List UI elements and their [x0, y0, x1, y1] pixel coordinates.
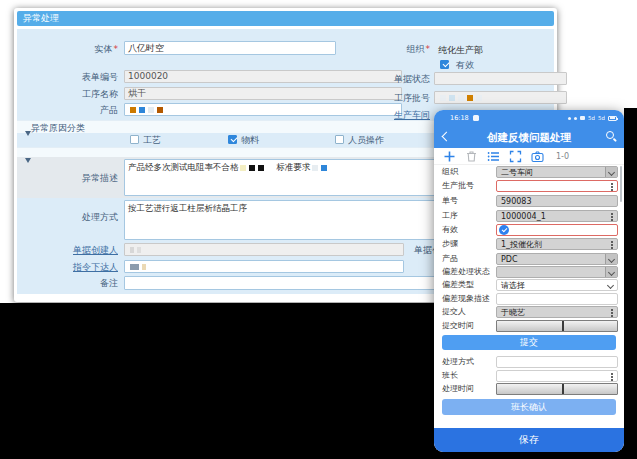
mobile-window: 16:18 5d 5d 创建反馈问题处理 1-0 组织 二号车间 生产批 — [434, 110, 624, 452]
commander-field[interactable] — [124, 260, 404, 273]
valid-checkbox[interactable] — [440, 60, 449, 69]
leader-confirm-button[interactable]: 班长确认 — [442, 399, 616, 415]
canvas: 异常处理 异常原因分类 实体* 八亿时空 组织* 纯化生产部 有效 表单编号 1… — [0, 0, 637, 459]
save-button[interactable]: 保存 — [434, 428, 624, 452]
redaction-block — [142, 264, 146, 270]
chevron-down-icon[interactable] — [605, 167, 617, 177]
exception-desc-label: 异常描述 — [38, 173, 118, 184]
personnel-checkbox-group[interactable]: 人员操作 — [335, 135, 384, 154]
craft-checkbox[interactable] — [130, 135, 139, 144]
window-titlebar: 异常处理 — [17, 11, 554, 26]
field-handle-input[interactable] — [496, 356, 618, 368]
redaction-block — [157, 107, 163, 113]
chevron-down-icon[interactable] — [605, 267, 617, 277]
creator-label[interactable]: 单据创建人 — [38, 245, 118, 256]
field-process-picker[interactable]: 1000004_1 — [496, 210, 618, 222]
redaction-block — [476, 95, 482, 101]
more-dots-icon[interactable] — [611, 213, 613, 215]
camera-icon[interactable] — [531, 150, 544, 163]
entity-field[interactable]: 八亿时空 — [124, 41, 336, 55]
field-process-value: 1000004_1 — [501, 212, 546, 221]
field-valid-toggle[interactable] — [496, 224, 618, 236]
exception-desc-text2: 标准要求 — [276, 162, 310, 172]
more-dots-icon[interactable] — [611, 183, 613, 185]
field-submitter-value: 于晓艺 — [501, 308, 525, 317]
more-dots-icon[interactable] — [611, 309, 613, 311]
redaction-block — [249, 165, 255, 171]
remark-label: 备注 — [38, 278, 118, 289]
product-label: 产品 — [38, 105, 118, 116]
status-dot-icon — [574, 117, 577, 120]
field-dev-status-select[interactable] — [496, 266, 618, 278]
form-no-value: 1000020 — [128, 71, 168, 81]
field-product-select[interactable]: PDC — [496, 253, 618, 265]
delete-icon[interactable] — [465, 150, 478, 163]
process-batch-field — [434, 91, 567, 104]
handling-label: 处理方式 — [38, 212, 118, 223]
field-submit-time-label: 提交时间 — [442, 320, 474, 332]
field-dev-desc-input[interactable] — [496, 293, 618, 305]
redaction-block — [258, 165, 264, 171]
field-step-picker[interactable]: 1_投催化剂 — [496, 238, 618, 250]
redaction-block — [449, 95, 455, 101]
field-org-label: 组织 — [442, 166, 458, 178]
redaction-block — [312, 165, 318, 171]
valid-label: 有效 — [456, 60, 474, 70]
redaction-block — [130, 247, 134, 253]
field-leader-picker[interactable] — [496, 370, 618, 382]
redaction-block — [139, 107, 145, 113]
workshop-label[interactable]: 生产车间 — [350, 110, 430, 121]
craft-checkbox-label: 工艺 — [143, 135, 161, 145]
field-batch-picker[interactable] — [496, 180, 618, 192]
field-submitter-picker[interactable]: 于晓艺 — [496, 306, 618, 318]
record-count: 1-0 — [556, 152, 569, 161]
field-process-label: 工序 — [442, 210, 458, 222]
status-time: 16:18 — [450, 114, 469, 122]
status-app-icon — [473, 115, 479, 121]
list-icon[interactable] — [487, 150, 500, 163]
field-submitter-label: 提交人 — [442, 306, 466, 318]
craft-checkbox-group[interactable]: 工艺 — [130, 135, 161, 154]
org-value[interactable]: 纯化生产部 — [438, 44, 483, 57]
submit-button[interactable]: 提交 — [442, 335, 616, 350]
chevron-down-icon[interactable] — [605, 254, 617, 264]
org-label-text: 组织 — [407, 44, 425, 54]
battery-icon — [608, 116, 617, 121]
material-checkbox[interactable] — [228, 135, 237, 144]
mobile-nav-bar: 创建反馈问题处理 — [434, 126, 624, 148]
field-org-select[interactable]: 二号车间 — [496, 166, 618, 178]
redaction-block — [130, 107, 136, 113]
field-handle-time-picker[interactable] — [496, 383, 618, 395]
sim1-badge: 5d — [588, 115, 595, 121]
mobile-status-bar: 16:18 5d 5d — [434, 110, 624, 126]
more-dots-icon[interactable] — [611, 241, 613, 243]
chevron-down-icon[interactable] — [605, 280, 617, 290]
field-dev-desc-label: 偏差现象描述 — [442, 293, 490, 305]
form-no-label: 表单编号 — [38, 72, 118, 83]
search-icon[interactable] — [606, 131, 614, 139]
personnel-checkbox-label: 人员操作 — [348, 135, 384, 145]
add-icon[interactable] — [443, 150, 456, 163]
field-dev-type-select[interactable]: 请选择 — [496, 279, 618, 291]
status-dot-icon — [568, 117, 571, 120]
redaction-block — [458, 95, 464, 101]
field-valid-label: 有效 — [442, 224, 458, 236]
mobile-page-title: 创建反馈问题处理 — [434, 126, 624, 148]
creator-field — [124, 243, 404, 256]
window-title: 异常处理 — [23, 13, 59, 23]
field-dev-status-label: 偏差处理状态 — [442, 266, 490, 278]
background-black-right — [624, 108, 637, 304]
field-submit-time-picker[interactable] — [496, 320, 618, 332]
collapse-triangle-icon[interactable] — [25, 158, 31, 163]
process-name-label: 工序名称 — [38, 89, 118, 100]
check-circle-icon[interactable] — [499, 225, 509, 235]
material-checkbox-group[interactable]: 物料 — [228, 135, 259, 154]
commander-label[interactable]: 指令下达人 — [38, 262, 118, 273]
exception-desc-text: 产品经多次测试电阻率不合格 — [128, 162, 239, 172]
scan-icon[interactable] — [509, 150, 522, 163]
more-dots-icon[interactable] — [611, 373, 613, 375]
scrollbar[interactable] — [620, 166, 622, 202]
entity-label-text: 实体 — [95, 44, 113, 54]
mobile-toolbar: 1-0 — [434, 148, 624, 165]
personnel-checkbox[interactable] — [335, 135, 344, 144]
